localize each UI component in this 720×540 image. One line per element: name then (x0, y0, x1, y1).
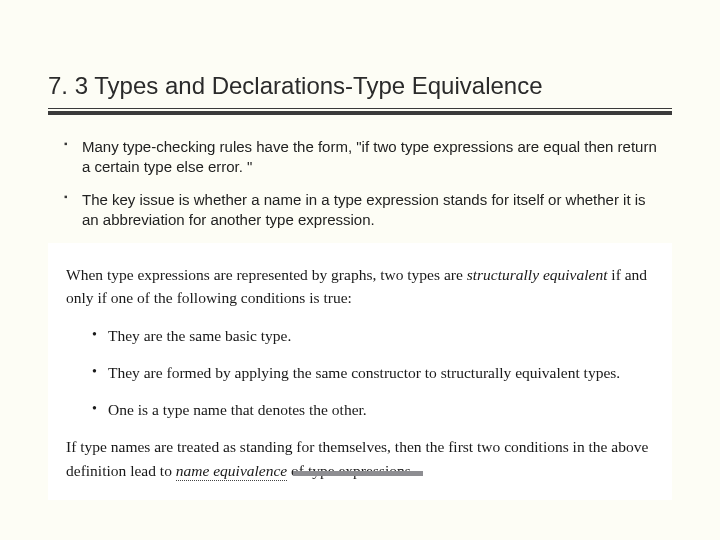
list-item: They are the same basic type. (92, 324, 654, 347)
emphasis-name-equivalence: name equivalence (176, 462, 287, 481)
emphasis-structurally-equivalent: structurally equivalent (467, 266, 608, 283)
list-item: The key issue is whether a name in a typ… (64, 190, 666, 229)
textbook-conditions-list: They are the same basic type. They are f… (66, 324, 654, 422)
text: When type expressions are represented by… (66, 266, 467, 283)
slide-title: 7. 3 Types and Declarations-Type Equival… (48, 72, 672, 109)
slide-bullet-list: Many type-checking rules have the form, … (48, 137, 672, 229)
highlight-mark (293, 471, 423, 476)
title-underline (48, 111, 672, 115)
textbook-intro: When type expressions are represented by… (66, 263, 654, 310)
list-item: Many type-checking rules have the form, … (64, 137, 666, 176)
list-item: They are formed by applying the same con… (92, 361, 654, 384)
textbook-excerpt: When type expressions are represented by… (48, 243, 672, 500)
list-item: One is a type name that denotes the othe… (92, 398, 654, 421)
